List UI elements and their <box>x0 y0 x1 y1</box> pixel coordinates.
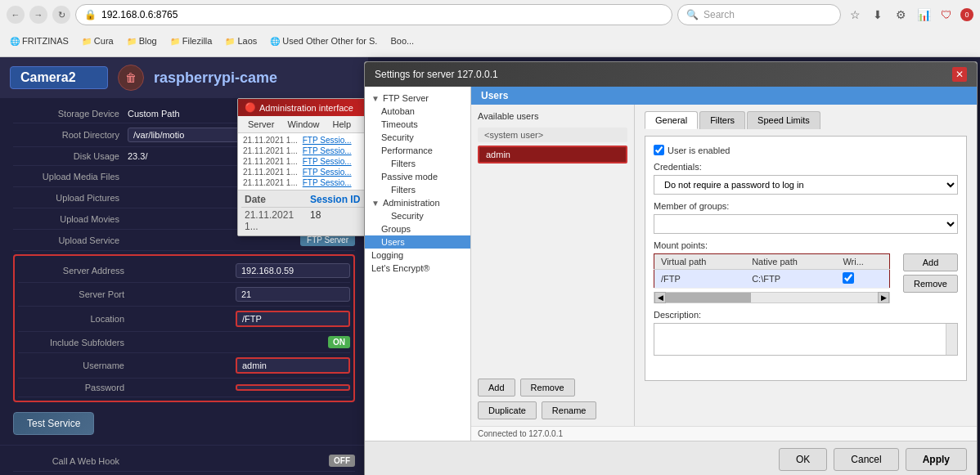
username-value[interactable]: admin <box>236 357 350 374</box>
bookmark-fritzinas[interactable]: 🌐 FRITZINAS <box>7 34 72 47</box>
reload-button[interactable]: ↻ <box>52 6 70 24</box>
user-enabled-checkbox-label[interactable]: User is enabled <box>654 145 730 155</box>
main-content: Camera2 🗑 raspberrypi-came Storage Devic… <box>0 57 980 475</box>
storage-device-label: Storage Device <box>13 109 128 119</box>
server-port-value[interactable]: 21 <box>236 287 350 302</box>
modal-close-button[interactable]: ✕ <box>952 67 967 82</box>
admin-menu-window[interactable]: Window <box>281 118 326 131</box>
duplicate-user-button[interactable]: Duplicate <box>478 401 537 419</box>
bookmark-laos[interactable]: 📁 Laos <box>222 34 260 47</box>
favorites-icon[interactable]: ☆ <box>846 6 864 24</box>
log-row: 21.11.2021 1... FTP Sessio... <box>240 135 374 146</box>
bookmark-label: Boo... <box>390 36 414 46</box>
delete-camera-button[interactable]: 🗑 <box>118 65 144 91</box>
expand-icon: ▼ <box>371 199 380 208</box>
tree-filters[interactable]: Filters <box>365 157 470 170</box>
bookmark-used-other[interactable]: 🌐 Used Other Other for S. <box>267 34 380 47</box>
tree-ftp-server[interactable]: ▼ FTP Server <box>365 92 470 105</box>
system-user-item[interactable]: <system user> <box>478 128 627 142</box>
ftp-settings-modal: Settings for server 127.0.0.1 ✕ ▼ FTP Se… <box>364 61 978 475</box>
bookmark-boo[interactable]: Boo... <box>387 34 417 47</box>
tab-speed-limits[interactable]: Speed Limits <box>747 111 820 129</box>
log-row: 21.11.2021 1... FTP Sessio... <box>240 167 374 177</box>
include-subfolders-row: Include Subfolders ON <box>18 332 350 353</box>
scroll-thumb <box>666 293 751 302</box>
description-scrollbar[interactable] <box>946 324 957 355</box>
mount-row[interactable]: /FTP C:\FTP <box>654 270 890 289</box>
connected-status: Connected to 127.0.0.1 <box>471 426 977 441</box>
profile-icon[interactable]: 🛡 <box>937 6 955 24</box>
session-id-header: Session ID <box>310 194 360 205</box>
tab-general[interactable]: General <box>645 111 698 129</box>
cancel-button[interactable]: Cancel <box>834 448 898 471</box>
search-bar[interactable]: 🔍 Search <box>677 4 841 25</box>
bookmark-cura[interactable]: 📁 Cura <box>79 34 117 47</box>
password-value[interactable] <box>236 384 350 391</box>
tree-groups[interactable]: Groups <box>365 222 470 235</box>
tree-autoban[interactable]: Autoban <box>365 105 470 118</box>
session-log-row[interactable]: 21.11.2021 1... 18 <box>241 208 372 234</box>
camera-name-box[interactable]: Camera2 <box>10 66 108 89</box>
mount-add-button[interactable]: Add <box>903 253 958 271</box>
tree-timeouts[interactable]: Timeouts <box>365 118 470 131</box>
ftp-tree: ▼ FTP Server Autoban Timeouts Security P… <box>365 87 471 441</box>
user-enabled-checkbox[interactable] <box>654 145 664 155</box>
ok-button[interactable]: OK <box>779 448 827 471</box>
admin-log-table: 21.11.2021 1... FTP Sessio... 21.11.2021… <box>238 133 375 190</box>
credentials-dropdown[interactable]: Do not require a password to log in <box>654 175 958 195</box>
horizontal-scrollbar[interactable]: ◀ ▶ <box>654 292 890 303</box>
tab-filters[interactable]: Filters <box>699 111 745 129</box>
tree-administration[interactable]: ▼ Administration <box>365 196 470 209</box>
url-bar[interactable]: 🔒 192.168.0.6:8765 <box>75 4 672 25</box>
password-row: Password <box>18 379 350 397</box>
test-service-button[interactable]: Test Service <box>13 412 94 435</box>
scroll-left-button[interactable]: ◀ <box>654 292 666 303</box>
tree-security[interactable]: Security <box>365 131 470 144</box>
groups-section: Member of groups: <box>654 201 958 240</box>
bookmark-label: Laos <box>237 36 257 46</box>
remove-user-button[interactable]: Remove <box>520 379 575 397</box>
username-label: Username <box>18 361 133 370</box>
bookmark-filezilla[interactable]: 📁 Filezilla <box>167 34 216 47</box>
modal-body: ▼ FTP Server Autoban Timeouts Security P… <box>365 87 977 441</box>
scroll-track[interactable] <box>666 293 878 302</box>
admin-menu-server[interactable]: Server <box>241 118 281 131</box>
settings-icon[interactable]: ⚙ <box>892 6 910 24</box>
tab-general-label: General <box>655 115 687 125</box>
tree-users[interactable]: Users <box>365 235 470 249</box>
mount-write-checkbox[interactable] <box>843 272 854 284</box>
rename-user-button[interactable]: Rename <box>542 401 597 419</box>
tree-passive-mode[interactable]: Passive mode <box>365 170 470 183</box>
tree-lets-encrypt[interactable]: Let's Encrypt® <box>365 262 470 275</box>
server-address-label: Server Address <box>18 266 133 276</box>
groups-dropdown[interactable] <box>654 214 958 234</box>
bookmark-blog[interactable]: 📁 Blog <box>124 34 160 47</box>
scroll-right-button[interactable]: ▶ <box>878 292 889 303</box>
tree-label: Timeouts <box>381 119 418 129</box>
tree-filters2[interactable]: Filters <box>365 183 470 196</box>
server-address-value[interactable]: 192.168.0.59 <box>236 263 350 278</box>
add-user-button[interactable]: Add <box>478 379 515 397</box>
log-row: 21.11.2021 1... FTP Sessio... <box>240 177 374 188</box>
mount-remove-button[interactable]: Remove <box>903 275 958 293</box>
apply-button[interactable]: Apply <box>906 448 967 471</box>
location-value[interactable]: /FTP <box>236 311 350 327</box>
forward-button[interactable]: → <box>29 6 47 24</box>
folder-icon: 📁 <box>127 37 137 46</box>
admin-user-item[interactable]: admin <box>478 146 627 164</box>
tree-admin-security[interactable]: Security <box>365 209 470 222</box>
call-webhook-toggle[interactable]: OFF <box>329 455 355 467</box>
bookmark-label: FRITZINAS <box>22 36 69 46</box>
back-button[interactable]: ← <box>7 6 25 24</box>
admin-window-title: 🔴 Administration interface <box>238 99 375 116</box>
tree-performance[interactable]: Performance <box>365 144 470 157</box>
download-icon[interactable]: ⬇ <box>869 6 887 24</box>
extensions-icon[interactable]: 📊 <box>915 6 933 24</box>
tree-label: Filters <box>391 159 416 168</box>
tree-label: Filters <box>391 185 416 195</box>
tree-logging[interactable]: Logging <box>365 249 470 262</box>
bookmark-label: Used Other Other for S. <box>282 36 377 46</box>
admin-title: Administration interface <box>259 103 353 113</box>
admin-menu-help[interactable]: Help <box>326 118 358 131</box>
include-subfolders-toggle[interactable]: ON <box>328 336 350 348</box>
